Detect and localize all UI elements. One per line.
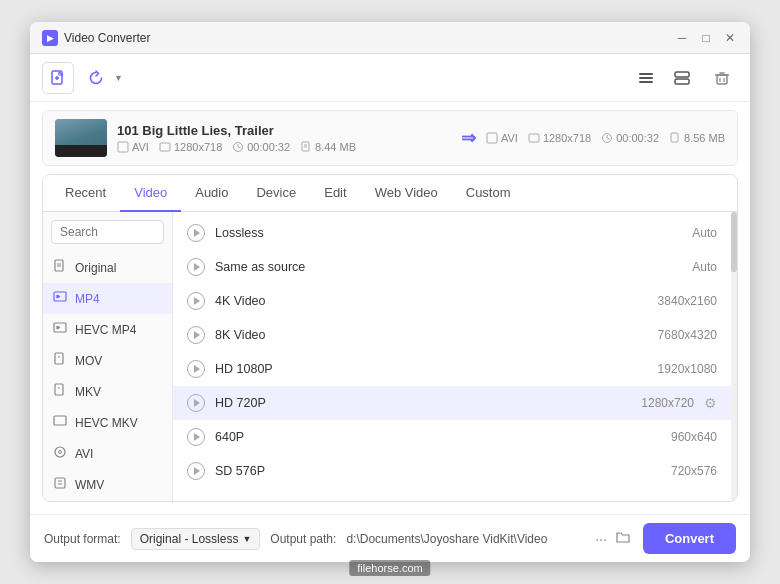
quality-same-source[interactable]: Same as source Auto [173,250,731,284]
tab-web-video[interactable]: Web Video [361,175,452,212]
refresh-button[interactable] [80,62,112,94]
svg-point-40 [55,447,65,457]
svg-rect-4 [639,73,653,75]
resolution-in: 1280x718 [159,141,222,153]
app-icon: ▶ [42,30,58,46]
quality-play-576[interactable] [187,462,205,480]
minimize-button[interactable]: ─ [674,30,690,46]
toolbar: ▼ [30,54,750,102]
output-format-chevron: ▼ [242,534,251,544]
output-format-select[interactable]: Original - Lossless ▼ [131,528,261,550]
quality-play-4k[interactable] [187,292,205,310]
refresh-icon [88,70,104,86]
add-file-icon [50,70,66,86]
format-item-original[interactable]: Original [43,252,172,283]
format-item-mp4[interactable]: MP4 [43,283,172,314]
quality-name-640: 640P [215,430,661,444]
path-more-button[interactable]: ··· [593,527,609,550]
search-input[interactable] [51,220,164,244]
output-path-actions: ··· [593,527,633,550]
list-view-button[interactable] [630,62,662,94]
window-controls: ─ □ ✕ [674,30,738,46]
toolbar-center [630,62,698,94]
quality-hd720[interactable]: HD 720P 1280x720 ⚙ [173,386,731,420]
quality-8k[interactable]: 8K Video 7680x4320 [173,318,731,352]
quality-play-1080[interactable] [187,360,205,378]
output-meta: AVI 1280x718 00:00:32 8.56 MB [486,132,725,144]
quality-sd576[interactable]: SD 576P 720x576 [173,454,731,488]
bottom-bar: Output format: Original - Lossless ▼ Out… [30,514,750,562]
quality-name-4k: 4K Video [215,294,648,308]
svg-rect-9 [717,75,727,84]
refresh-dropdown[interactable]: ▼ [80,62,123,94]
svg-line-18 [238,147,241,148]
output-format-value: Original - Lossless [140,532,239,546]
format-item-avi[interactable]: AVI [43,438,172,469]
tab-video[interactable]: Video [120,175,181,212]
file-info: 101 Big Little Lies, Trailer AVI 1280x71… [117,123,451,153]
svg-rect-7 [675,72,689,77]
quality-res-lossless: Auto [692,226,717,240]
svg-rect-37 [55,384,63,395]
quality-play-720[interactable] [187,394,205,412]
refresh-dropdown-arrow[interactable]: ▼ [114,73,123,83]
quality-lossless[interactable]: Lossless Auto [173,216,731,250]
thumbnail-image [55,119,107,157]
clock-out-icon [601,132,613,144]
format-item-hevc-mkv[interactable]: HEVC MKV [43,407,172,438]
tab-custom[interactable]: Custom [452,175,525,212]
output-path-value: d:\Documents\Joyoshare VidKit\Video [346,532,583,546]
quality-settings-icon[interactable]: ⚙ [704,395,717,411]
mp4-icon [53,290,67,307]
format-body: Original MP4 HEVC MP4 [43,212,737,501]
clear-button[interactable] [706,62,738,94]
quality-res-1080: 1920x1080 [658,362,717,376]
format-item-hevc-mp4[interactable]: HEVC MP4 [43,314,172,345]
format-in: AVI [117,141,149,153]
format-item-mov[interactable]: MOV [43,345,172,376]
tab-audio[interactable]: Audio [181,175,242,212]
tab-device[interactable]: Device [242,175,310,212]
quality-res-8k: 7680x4320 [658,328,717,342]
quality-play-same[interactable] [187,258,205,276]
mkv-icon [53,383,67,400]
hevc-mp4-icon [53,321,67,338]
resolution-out: 1280x718 [528,132,591,144]
info-view-button[interactable] [666,62,698,94]
quality-res-720: 1280x720 [641,396,694,410]
mov-icon [53,352,67,369]
duration-out: 00:00:32 [601,132,659,144]
quality-list: Lossless Auto Same as source Auto 4K Vid… [173,212,731,501]
quality-res-640: 960x640 [671,430,717,444]
svg-rect-42 [55,478,65,488]
quality-name-same: Same as source [215,260,682,274]
close-button[interactable]: ✕ [722,30,738,46]
quality-hd1080[interactable]: HD 1080P 1920x1080 [173,352,731,386]
quality-play-lossless[interactable] [187,224,205,242]
tab-edit[interactable]: Edit [310,175,360,212]
path-folder-button[interactable] [613,527,633,550]
original-icon [53,259,67,276]
format-item-wmv[interactable]: WMV [43,469,172,500]
quality-4k[interactable]: 4K Video 3840x2160 [173,284,731,318]
file-name: 101 Big Little Lies, Trailer [117,123,451,138]
tab-recent[interactable]: Recent [51,175,120,212]
svg-point-41 [59,451,62,454]
file-size-icon [300,141,312,153]
file-meta-in: AVI 1280x718 00:00:32 8.44 MB [117,141,451,153]
quality-640p[interactable]: 640P 960x640 [173,420,731,454]
toolbar-right [706,62,738,94]
info-view-icon [673,69,691,87]
quality-scrollbar[interactable] [731,212,737,501]
add-file-button[interactable] [42,62,74,94]
quality-play-8k[interactable] [187,326,205,344]
maximize-button[interactable]: □ [698,30,714,46]
folder-icon [615,529,631,545]
toolbar-left: ▼ [42,62,622,94]
quality-res-same: Auto [692,260,717,274]
convert-button[interactable]: Convert [643,523,736,554]
output-format-label: Output format: [44,532,121,546]
output-path-label: Output path: [270,532,336,546]
format-item-mkv[interactable]: MKV [43,376,172,407]
quality-play-640[interactable] [187,428,205,446]
